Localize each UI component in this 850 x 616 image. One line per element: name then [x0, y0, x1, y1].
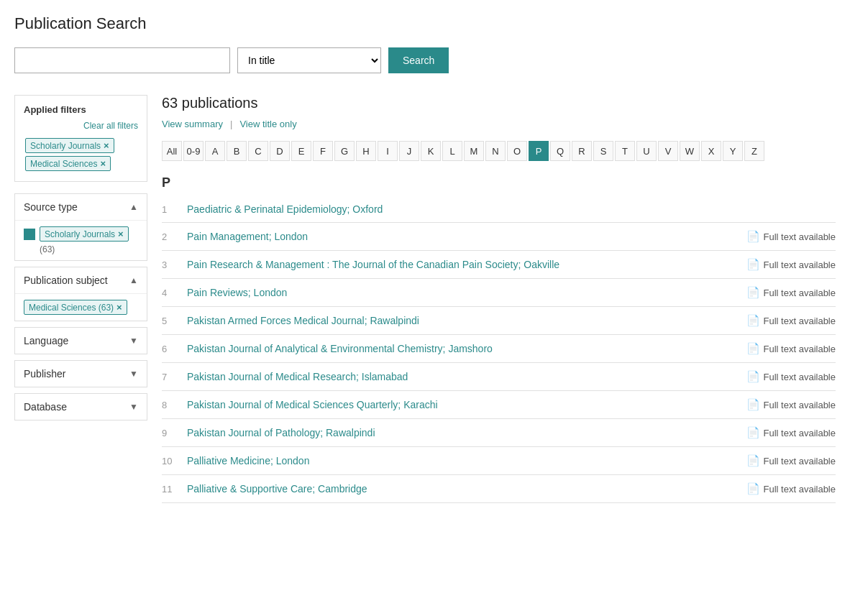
- pub-title-link[interactable]: Pakistan Journal of Medical Research; Is…: [187, 371, 746, 382]
- full-text-icon: 📄: [746, 454, 760, 467]
- view-title-only-link[interactable]: View title only: [239, 119, 296, 129]
- full-text-badge: 📄 Full text available: [746, 230, 836, 243]
- view-divider: |: [230, 119, 232, 129]
- full-text-label: Full text available: [764, 484, 836, 495]
- alpha-btn-e[interactable]: E: [291, 141, 311, 161]
- alpha-btn-b[interactable]: B: [227, 141, 247, 161]
- alpha-btn-y[interactable]: Y: [723, 141, 743, 161]
- remove-filter-medical[interactable]: ×: [100, 158, 106, 169]
- source-type-header[interactable]: Source type ▲: [15, 194, 147, 220]
- alpha-btn-09[interactable]: 0-9: [183, 141, 204, 161]
- table-row: 6 Pakistan Journal of Analytical & Envir…: [162, 335, 836, 363]
- pub-number: 5: [162, 316, 187, 326]
- pub-number: 6: [162, 344, 187, 354]
- publisher-header[interactable]: Publisher ▼: [15, 361, 147, 387]
- publisher-chevron: ▼: [129, 369, 138, 379]
- clear-all-filters-link[interactable]: Clear all filters: [24, 121, 138, 131]
- alpha-btn-l[interactable]: L: [442, 141, 462, 161]
- alpha-btn-p[interactable]: P: [529, 141, 549, 161]
- alpha-btn-d[interactable]: D: [270, 141, 290, 161]
- search-bar: In title In publisher All fields Search: [14, 47, 836, 73]
- alpha-btn-u[interactable]: U: [636, 141, 657, 161]
- full-text-badge: 📄 Full text available: [746, 314, 836, 327]
- scholarly-journals-label: Scholarly Journals: [45, 229, 115, 239]
- alpha-btn-m[interactable]: M: [464, 141, 484, 161]
- remove-scholarly-journals[interactable]: ×: [118, 229, 124, 239]
- language-label: Language: [24, 335, 68, 346]
- remove-filter-scholarly[interactable]: ×: [104, 140, 109, 151]
- pub-title-link[interactable]: Pakistan Armed Forces Medical Journal; R…: [187, 315, 746, 326]
- database-label: Database: [24, 401, 67, 413]
- pub-number: 10: [162, 456, 187, 466]
- publication-subject-chevron: ▲: [129, 275, 138, 285]
- search-input[interactable]: [14, 47, 230, 73]
- pub-title-link[interactable]: Palliative & Supportive Care; Cambridge: [187, 483, 746, 495]
- alpha-btn-i[interactable]: I: [378, 141, 398, 161]
- remove-medical-sciences[interactable]: ×: [116, 302, 122, 313]
- scholarly-journals-tag[interactable]: Scholarly Journals ×: [40, 226, 129, 242]
- publication-list: 1 Paediatric & Perinatal Epidemiology; O…: [162, 196, 836, 503]
- alpha-btn-q[interactable]: Q: [550, 141, 570, 161]
- pub-title-link[interactable]: Paediatric & Perinatal Epidemiology; Oxf…: [187, 203, 836, 215]
- alpha-btn-v[interactable]: V: [658, 141, 678, 161]
- publication-subject-label: Publication subject: [24, 275, 108, 286]
- pub-title-link[interactable]: Pain Management; London: [187, 231, 746, 242]
- full-text-label: Full text available: [764, 344, 836, 354]
- filter-tags: Scholarly Journals × Medical Sciences ×: [24, 137, 138, 173]
- pub-title-link[interactable]: Pain Research & Management : The Journal…: [187, 259, 746, 270]
- alpha-btn-s[interactable]: S: [593, 141, 613, 161]
- alpha-btn-f[interactable]: F: [313, 141, 333, 161]
- filter-tag[interactable]: Scholarly Journals ×: [25, 138, 114, 153]
- alpha-btn-w[interactable]: W: [680, 141, 700, 161]
- database-header[interactable]: Database ▼: [15, 394, 147, 420]
- alpha-btn-g[interactable]: G: [334, 141, 355, 161]
- alpha-btn-z[interactable]: Z: [744, 141, 764, 161]
- alpha-btn-a[interactable]: A: [205, 141, 225, 161]
- alpha-btn-c[interactable]: C: [248, 141, 268, 161]
- alpha-btn-x[interactable]: X: [701, 141, 721, 161]
- full-text-icon: 📄: [746, 482, 760, 495]
- source-type-section: Source type ▲ Scholarly Journals × (63): [14, 193, 147, 261]
- alpha-btn-k[interactable]: K: [421, 141, 441, 161]
- search-button[interactable]: Search: [388, 47, 449, 73]
- table-row: 1 Paediatric & Perinatal Epidemiology; O…: [162, 196, 836, 223]
- pub-title-link[interactable]: Palliative Medicine; London: [187, 455, 746, 466]
- main-layout: Applied filters Clear all filters Schola…: [14, 95, 836, 503]
- pub-number: 1: [162, 204, 187, 215]
- full-text-icon: 📄: [746, 370, 760, 383]
- table-row: 5 Pakistan Armed Forces Medical Journal;…: [162, 307, 836, 335]
- full-text-label: Full text available: [764, 288, 836, 298]
- alpha-btn-r[interactable]: R: [572, 141, 592, 161]
- alpha-btn-t[interactable]: T: [615, 141, 635, 161]
- applied-filters-panel: Applied filters Clear all filters Schola…: [14, 95, 147, 182]
- language-header[interactable]: Language ▼: [15, 328, 147, 354]
- medical-sciences-tag[interactable]: Medical Sciences (63) ×: [24, 300, 127, 315]
- full-text-badge: 📄 Full text available: [746, 342, 836, 355]
- scholarly-journals-count: (63): [40, 244, 138, 254]
- results-count: 63 publications: [162, 95, 836, 111]
- publication-subject-section: Publication subject ▲ Medical Sciences (…: [14, 267, 147, 321]
- pub-title-link[interactable]: Pakistan Journal of Pathology; Rawalpind…: [187, 427, 746, 438]
- pub-title-link[interactable]: Pain Reviews; London: [187, 287, 746, 298]
- publisher-section: Publisher ▼: [14, 360, 147, 387]
- full-text-icon: 📄: [746, 230, 760, 243]
- filter-tag[interactable]: Medical Sciences ×: [25, 156, 111, 171]
- pub-number: 9: [162, 428, 187, 438]
- search-scope-select[interactable]: In title In publisher All fields: [237, 47, 381, 73]
- full-text-label: Full text available: [764, 428, 836, 438]
- alpha-btn-o[interactable]: O: [507, 141, 527, 161]
- alpha-btn-n[interactable]: N: [485, 141, 506, 161]
- table-row: 3 Pain Research & Management : The Journ…: [162, 251, 836, 279]
- pub-number: 8: [162, 400, 187, 410]
- alpha-btn-j[interactable]: J: [399, 141, 419, 161]
- content-area: 63 publications View summary | View titl…: [162, 95, 836, 503]
- filter-tag-label: Scholarly Journals: [30, 141, 101, 151]
- pub-title-link[interactable]: Pakistan Journal of Analytical & Environ…: [187, 343, 746, 354]
- language-section: Language ▼: [14, 327, 147, 354]
- alpha-btn-h[interactable]: H: [356, 141, 376, 161]
- pub-title-link[interactable]: Pakistan Journal of Medical Sciences Qua…: [187, 399, 746, 410]
- alpha-btn-all[interactable]: All: [162, 141, 182, 161]
- publication-subject-header[interactable]: Publication subject ▲: [15, 267, 147, 293]
- view-summary-link[interactable]: View summary: [162, 119, 223, 129]
- full-text-icon: 📄: [746, 398, 760, 411]
